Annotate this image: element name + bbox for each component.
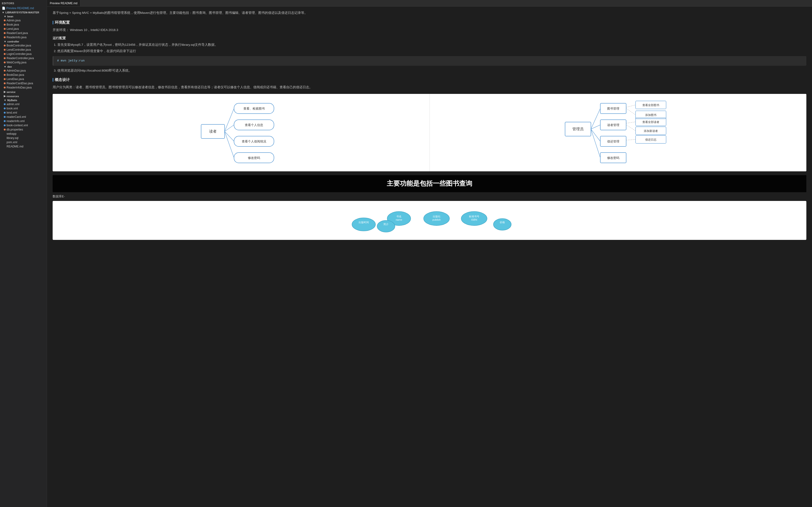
reader-svg: 读者 查看、检索图书 查看个人信息 查看个人借阅情况 修改密码 xyxy=(196,99,286,167)
svg-line-12 xyxy=(224,131,234,141)
svg-point-54 xyxy=(377,220,395,232)
svg-text:ISBN: ISBN xyxy=(471,218,477,221)
svg-text:查看个人信息: 查看个人信息 xyxy=(245,123,263,127)
sidebar-item-lendxml[interactable]: lend.xml xyxy=(0,111,47,115)
tab-preview-readme[interactable]: Preview README.md xyxy=(47,0,80,6)
dev-env-value: Windows 10，IntelliJ IDEA 2018.3 xyxy=(70,28,118,32)
content-area: 基于Spring + Spring MVC + MyBatis的图书馆管理系统，… xyxy=(47,7,812,507)
sidebar-item-dbproperties[interactable]: db.properties xyxy=(0,127,47,132)
concept-text: 用户分为两类：读者、图书馆管理员。图书馆管理员可以修改读者信息，修改书目信息，查… xyxy=(53,85,806,90)
sidebar-item-readercontroller[interactable]: ReaderController.java xyxy=(0,56,47,60)
sidebar-item-admindao[interactable]: AdminDao.java xyxy=(0,68,47,73)
sidebar-item-webapp[interactable]: webapp xyxy=(0,132,47,136)
subtitle-text: 主要功能是包括一些图书查询 xyxy=(53,175,806,192)
sidebar-item-readercarddao[interactable]: ReaderCardDao.java xyxy=(0,81,47,86)
manager-diagram: 管理员 图书管理 读者管理 借还管理 修改密码 查看全部图书 添加图书 xyxy=(430,94,807,171)
sidebar-item-lenddao[interactable]: LendDao.java xyxy=(0,77,47,81)
svg-text:添加图书: 添加图书 xyxy=(645,113,656,117)
svg-point-56 xyxy=(493,219,511,230)
chevron-icon: ▼ xyxy=(4,15,6,18)
dot-icon xyxy=(4,49,6,51)
dot-icon xyxy=(4,82,6,84)
dot-icon xyxy=(4,120,6,122)
svg-text:读者管理: 读者管理 xyxy=(607,123,619,127)
sidebar-group-controller[interactable]: ▼ controller xyxy=(0,40,47,44)
dot-icon xyxy=(4,129,6,130)
svg-text:publish: publish xyxy=(433,218,441,221)
dev-env-label: 开发环境： xyxy=(53,28,69,32)
sidebar-item-book[interactable]: Book.java xyxy=(0,22,47,27)
sidebar-group-mybatis[interactable]: ▼ MyBatis xyxy=(0,98,47,102)
dot-icon xyxy=(4,103,6,105)
svg-line-39 xyxy=(626,108,636,115)
chevron-down-icon: ▼ xyxy=(2,11,4,14)
svg-text:出版时间: 出版时间 xyxy=(359,221,369,224)
sidebar-item-admin[interactable]: Admin.java xyxy=(0,18,47,22)
svg-line-13 xyxy=(224,131,234,158)
svg-point-52 xyxy=(352,218,375,231)
svg-line-36 xyxy=(591,129,600,141)
db-diagram-container: 书名 name 出版社 publish 标准书号 ISBN 出版时间 简介 价格 xyxy=(53,201,806,240)
intro-text: 基于Spring + Spring MVC + MyBatis的图书馆管理系统，… xyxy=(53,10,806,16)
sidebar-item-readerinfodao[interactable]: ReaderInfoDao.java xyxy=(0,86,47,90)
use-case-diagram: 读者 查看、检索图书 查看个人信息 查看个人借阅情况 修改密码 xyxy=(53,94,806,171)
sidebar-group-dao[interactable]: ▼ dao xyxy=(0,64,47,68)
sidebar-project-label[interactable]: ▼ LIBRARYSYSTEM-MASTER xyxy=(0,10,47,14)
svg-text:管理员: 管理员 xyxy=(572,127,583,131)
sidebar-item-adminxml[interactable]: admin.xml xyxy=(0,102,47,106)
run-steps-list-2: 使用浏览器访问http://localhost:8080即可进入系统。 xyxy=(57,68,806,73)
dot-icon xyxy=(4,32,6,34)
sidebar-item-bookdao[interactable]: BookDao.java xyxy=(0,73,47,77)
dot-icon xyxy=(4,36,6,38)
sidebar-item-webconfig[interactable]: WebConfig.java xyxy=(0,60,47,64)
sidebar-item-readercard[interactable]: ReaderCard.java xyxy=(0,31,47,35)
sidebar-item-readerinfoxml[interactable]: readerInfo.xml xyxy=(0,119,47,123)
svg-line-35 xyxy=(591,125,600,129)
chevron-icon: ▼ xyxy=(4,65,6,68)
sidebar-item-readerinfo[interactable]: ReaderInfo.java xyxy=(0,35,47,40)
sidebar-item-logincontroller[interactable]: LoginController.java xyxy=(0,52,47,56)
dot-icon xyxy=(4,57,6,59)
sidebar-group-bean[interactable]: ▼ bean xyxy=(0,14,47,18)
dot-icon xyxy=(4,116,6,118)
svg-text:借还管理: 借还管理 xyxy=(607,139,619,143)
svg-text:借还日志: 借还日志 xyxy=(645,138,656,141)
dot-icon xyxy=(4,28,6,30)
dot-icon xyxy=(4,108,6,109)
dot-icon xyxy=(4,74,6,76)
sidebar-group-service[interactable]: ▶ service xyxy=(0,90,47,94)
sidebar-item-bookcontext[interactable]: book-context.xml xyxy=(0,123,47,127)
svg-text:查看、检索图书: 查看、检索图书 xyxy=(243,107,264,110)
sidebar-item-librarysql[interactable]: library.sql xyxy=(0,136,47,140)
main-area: Preview README.md 基于Spring + Spring MVC … xyxy=(47,0,812,507)
manager-svg: 管理员 图书管理 读者管理 借还管理 修改密码 查看全部图书 添加图书 xyxy=(563,99,673,167)
svg-text:查看全部读者: 查看全部读者 xyxy=(642,120,659,124)
dot-icon xyxy=(4,112,6,114)
sidebar-item-bookcontroller[interactable]: BookController.java xyxy=(0,44,47,48)
sidebar-item-lend[interactable]: Lend.java xyxy=(0,27,47,31)
run-step-1: 首先安装Mysql5.7，设置用户名为root，密码为123456，并保证其在运… xyxy=(57,42,806,47)
db-section-label: 数据库E- xyxy=(53,194,806,199)
dot-icon xyxy=(4,78,6,80)
sidebar-item-pomxml[interactable]: pom.xml xyxy=(0,140,47,144)
svg-line-41 xyxy=(626,125,636,131)
svg-text:图书管理: 图书管理 xyxy=(607,107,619,110)
svg-text:添加新读者: 添加新读者 xyxy=(644,129,658,133)
svg-text:标准书号: 标准书号 xyxy=(469,215,479,218)
run-steps-list: 首先安装Mysql5.7，设置用户名为root，密码为123456，并保证其在运… xyxy=(57,42,806,54)
run-config-label: 运行配置 xyxy=(53,36,806,41)
sidebar-item-readercardxml[interactable]: readerCard.xml xyxy=(0,115,47,119)
sidebar-group-resources[interactable]: ▶ resources xyxy=(0,94,47,98)
svg-text:修改密码: 修改密码 xyxy=(248,156,260,160)
dot-icon xyxy=(4,53,6,55)
svg-text:简介: 简介 xyxy=(384,223,389,226)
env-heading: 环境配置 xyxy=(53,19,806,25)
svg-text:书名: 书名 xyxy=(396,215,402,218)
dev-env-text: 开发环境： Windows 10，IntelliJ IDEA 2018.3 xyxy=(53,27,806,33)
sidebar-item-preview[interactable]: 📄 Preview README.md xyxy=(0,6,47,10)
sidebar-item-lendcontroller[interactable]: LendController.java xyxy=(0,48,47,52)
dot-icon xyxy=(4,19,6,21)
dot-icon xyxy=(4,45,6,47)
sidebar-item-readmemd[interactable]: README.md xyxy=(0,144,47,149)
sidebar-item-bookxml[interactable]: book.xml xyxy=(0,106,47,111)
